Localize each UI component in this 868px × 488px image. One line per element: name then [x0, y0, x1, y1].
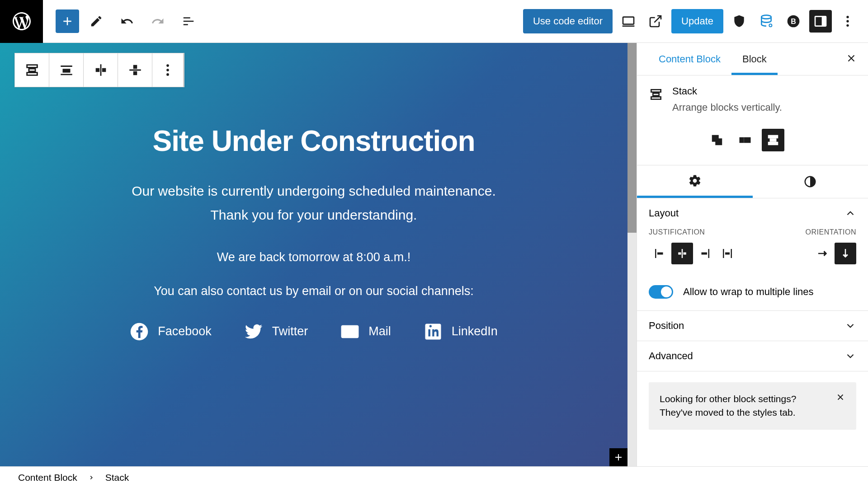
section-position: Position — [637, 311, 868, 341]
block-info: Stack Arrange blocks vertically. — [637, 75, 868, 123]
redo-button[interactable] — [144, 8, 171, 35]
variant-stack-button[interactable] — [762, 129, 784, 151]
social-row: Facebook Twitter Mail LinkedIn — [0, 322, 627, 341]
scrollbar-thumb[interactable] — [627, 43, 637, 233]
chevron-right-icon — [88, 474, 94, 481]
undo-button[interactable] — [113, 8, 141, 35]
svg-rect-16 — [651, 89, 660, 92]
orientation-horizontal-button[interactable] — [812, 243, 834, 264]
svg-point-10 — [166, 64, 169, 67]
justify-right-button[interactable] — [694, 243, 716, 264]
svg-rect-20 — [716, 139, 722, 145]
plugin-circle-b-icon[interactable]: B — [782, 10, 805, 33]
page-subtext-2[interactable]: We are back tomorrow at 8:00 a.m.! — [0, 247, 627, 268]
social-mail[interactable]: Mail — [340, 322, 391, 341]
block-name: Stack — [672, 85, 782, 97]
mail-icon — [340, 322, 359, 341]
svg-rect-22 — [745, 138, 747, 142]
twitter-icon — [244, 322, 263, 341]
justify-left-button[interactable] — [649, 243, 670, 264]
toolbar-left — [43, 8, 202, 35]
add-block-corner-button[interactable] — [609, 448, 627, 466]
tab-settings[interactable] — [637, 165, 753, 198]
align-button[interactable] — [49, 53, 84, 87]
plugin-guardian-icon[interactable] — [728, 10, 750, 33]
toolbar-right: Use code editor Update B — [523, 9, 868, 33]
justify-stretch-button[interactable] — [717, 243, 738, 264]
facebook-icon — [130, 322, 149, 341]
canvas-scrollbar[interactable] — [627, 43, 637, 466]
close-sidebar-button[interactable] — [845, 52, 857, 66]
code-editor-button[interactable]: Use code editor — [523, 9, 613, 33]
styles-icon — [803, 175, 817, 188]
plugin-database-icon[interactable] — [755, 10, 778, 33]
canvas-wrap: Site Under Construction Our website is c… — [0, 43, 637, 466]
update-button[interactable]: Update — [671, 9, 723, 33]
wrap-toggle-row: Allow to wrap to multiple lines — [637, 276, 868, 310]
wp-logo[interactable] — [0, 0, 43, 43]
edit-tools-button[interactable] — [83, 8, 110, 35]
close-icon[interactable] — [835, 392, 845, 402]
svg-rect-24 — [769, 136, 778, 138]
position-section-toggle[interactable]: Position — [637, 311, 868, 341]
tab-block[interactable]: Block — [731, 43, 778, 75]
tab-content-block[interactable]: Content Block — [648, 43, 731, 75]
section-advanced: Advanced — [637, 341, 868, 371]
breadcrumb: Content Block Stack — [0, 466, 868, 488]
svg-rect-0 — [623, 17, 634, 24]
top-toolbar: Use code editor Update B — [0, 0, 868, 43]
social-label: LinkedIn — [452, 324, 498, 338]
social-linkedin[interactable]: LinkedIn — [424, 322, 498, 341]
page-content: Site Under Construction Our website is c… — [0, 43, 627, 341]
svg-rect-23 — [748, 138, 750, 142]
linkedin-icon — [424, 322, 443, 341]
chevron-down-icon — [844, 320, 856, 332]
variant-row-button[interactable] — [734, 129, 756, 151]
block-more-button[interactable] — [152, 53, 184, 87]
block-toolbar — [14, 53, 184, 87]
social-label: Mail — [368, 324, 391, 338]
svg-point-1 — [761, 15, 771, 19]
layout-section-toggle[interactable]: Layout — [637, 198, 868, 228]
sidebar-tabs: Content Block Block — [637, 43, 868, 75]
add-block-button[interactable] — [56, 9, 79, 33]
block-type-button[interactable] — [15, 53, 49, 87]
justification-group — [649, 243, 738, 264]
svg-rect-18 — [651, 97, 660, 99]
settings-sidebar-toggle[interactable] — [809, 10, 832, 33]
editor-canvas[interactable]: Site Under Construction Our website is c… — [0, 43, 627, 466]
wrap-label: Allow to wrap to multiple lines — [683, 286, 814, 298]
page-heading[interactable]: Site Under Construction — [0, 124, 627, 158]
breadcrumb-item[interactable]: Content Block — [18, 472, 77, 483]
page-subtext-1[interactable]: Our website is currently undergoing sche… — [0, 179, 627, 227]
svg-rect-25 — [770, 139, 776, 141]
block-variants — [637, 123, 868, 165]
list-view-button[interactable] — [175, 8, 202, 35]
options-menu-button[interactable] — [836, 10, 859, 33]
orientation-label: ORIENTATION — [806, 228, 856, 236]
orientation-group — [812, 243, 856, 264]
gear-icon — [688, 174, 702, 188]
svg-text:B: B — [791, 18, 796, 25]
view-external-button[interactable] — [644, 10, 667, 33]
justification-label: JUSTIFICATION — [649, 228, 705, 236]
tab-styles[interactable] — [753, 165, 868, 198]
social-label: Facebook — [158, 324, 212, 338]
vertical-align-button[interactable] — [118, 53, 152, 87]
orientation-vertical-button[interactable] — [835, 243, 856, 264]
svg-point-8 — [846, 20, 849, 22]
page-subtext-3[interactable]: You can also contact us by email or on o… — [0, 281, 627, 302]
section-layout: Layout JUSTIFICATION ORIENTATION — [637, 198, 868, 311]
wrap-toggle[interactable] — [649, 285, 673, 299]
breadcrumb-item[interactable]: Stack — [105, 472, 129, 483]
social-twitter[interactable]: Twitter — [244, 322, 308, 341]
main-area: Site Under Construction Our website is c… — [0, 43, 868, 466]
social-facebook[interactable]: Facebook — [130, 322, 212, 341]
svg-rect-26 — [769, 142, 778, 145]
justify-center-button[interactable] — [84, 53, 118, 87]
justify-center-button[interactable] — [671, 243, 693, 264]
info-text: Looking for other block settings? They'v… — [660, 392, 828, 420]
advanced-section-toggle[interactable]: Advanced — [637, 341, 868, 371]
device-preview-button[interactable] — [617, 10, 640, 33]
variant-group-button[interactable] — [706, 129, 728, 151]
